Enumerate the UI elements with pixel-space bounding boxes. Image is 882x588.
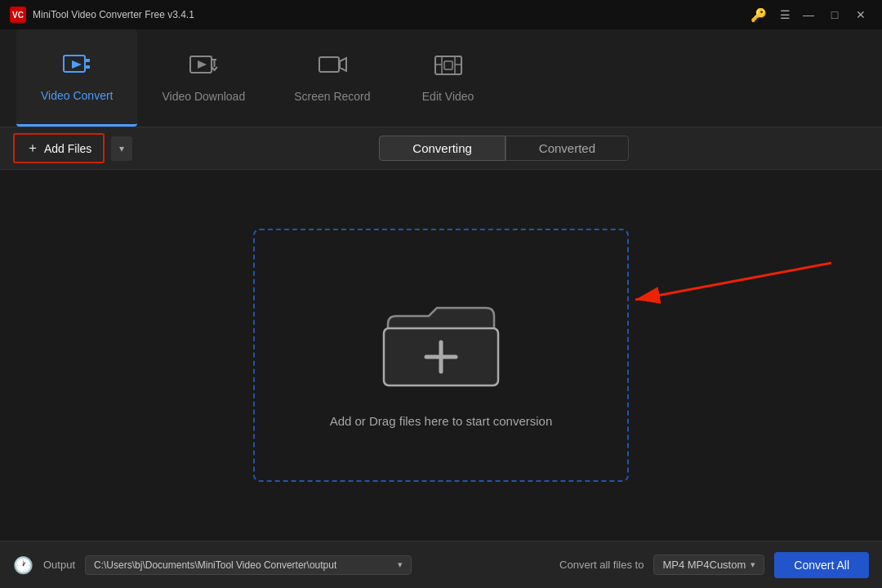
key-icon: 🔑 [751,7,767,23]
title-left: VC MiniTool Video Converter Free v3.4.1 [10,7,194,23]
nav-label-video-download: Video Download [162,90,245,103]
toolbar: ＋ Add Files ▾ Converting Converted [0,127,882,170]
output-label: Output [43,559,75,571]
tab-converted[interactable]: Converted [506,136,629,161]
svg-rect-3 [86,65,90,69]
nav-label-screen-record: Screen Record [294,90,370,103]
screen-record-icon [318,53,347,83]
nav-label-video-convert: Video Convert [41,89,113,102]
output-path-text: C:\Users\bj\Documents\MiniTool Video Con… [94,559,336,571]
tab-converting[interactable]: Converting [379,136,506,161]
app-logo: VC [10,7,26,23]
drop-zone-hint: Add or Drag files here to start conversi… [330,414,553,428]
main-content: Add or Drag files here to start conversi… [0,170,882,541]
maximize-button[interactable]: □ [823,7,846,23]
red-arrow-icon [611,255,840,320]
video-convert-icon [62,52,91,82]
edit-video-icon [434,53,463,83]
clock-icon: 🕐 [13,555,33,575]
tabs: Converting Converted [379,136,629,161]
add-files-plus-icon: ＋ [26,140,39,157]
video-download-icon [189,53,218,83]
nav-item-edit-video[interactable]: Edit Video [395,29,501,127]
convert-all-button[interactable]: Convert All [774,552,869,578]
nav-item-video-download[interactable]: Video Download [137,29,270,127]
nav-bar: Video Convert Video Download Screen Reco… [0,29,882,127]
format-text: MP4 MP4Custom [662,559,746,571]
title-controls: — □ ✕ [797,7,872,23]
svg-rect-10 [435,56,461,74]
svg-rect-15 [444,61,452,69]
add-files-label: Add Files [44,142,91,155]
title-bar: VC MiniTool Video Converter Free v3.4.1 … [0,0,882,29]
output-path-dropdown-arrow: ▾ [398,559,403,570]
folder-icon [372,283,510,398]
svg-marker-9 [340,58,346,71]
drop-zone[interactable]: Add or Drag files here to start conversi… [253,229,629,482]
format-selector[interactable]: MP4 MP4Custom ▾ [653,555,764,575]
add-files-dropdown-button[interactable]: ▾ [111,136,132,161]
close-button[interactable]: ✕ [849,7,872,23]
add-files-button[interactable]: ＋ Add Files [13,133,105,163]
nav-item-screen-record[interactable]: Screen Record [270,29,394,127]
hamburger-icon[interactable]: ☰ [780,8,791,21]
nav-label-edit-video: Edit Video [422,90,474,103]
nav-item-video-convert[interactable]: Video Convert [16,29,137,127]
svg-marker-5 [198,60,207,69]
svg-line-20 [635,263,831,300]
svg-rect-8 [319,57,339,72]
title-text: MiniTool Video Converter Free v3.4.1 [33,9,194,20]
svg-rect-2 [86,59,90,62]
bottom-bar: 🕐 Output C:\Users\bj\Documents\MiniTool … [0,541,882,588]
svg-marker-1 [72,60,82,69]
convert-all-files-to-label: Convert all files to [559,559,644,571]
format-dropdown-arrow: ▾ [751,559,755,570]
output-path-selector[interactable]: C:\Users\bj\Documents\MiniTool Video Con… [85,555,412,575]
minimize-button[interactable]: — [797,7,820,23]
